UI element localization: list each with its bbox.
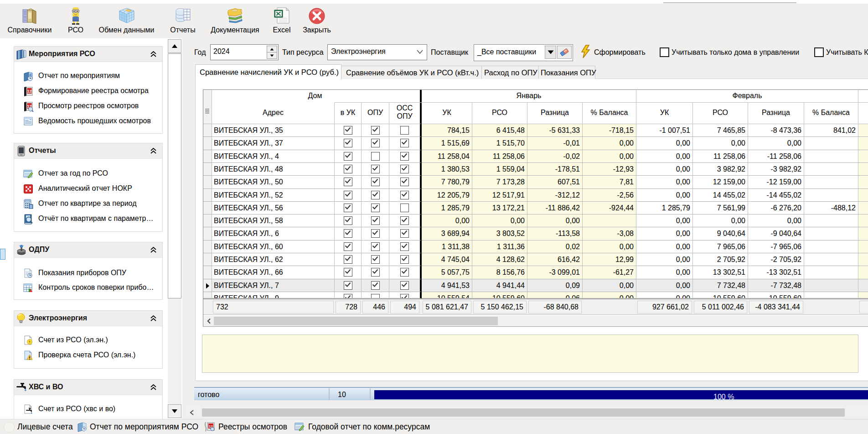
- svg-text:12: 12: [27, 89, 31, 94]
